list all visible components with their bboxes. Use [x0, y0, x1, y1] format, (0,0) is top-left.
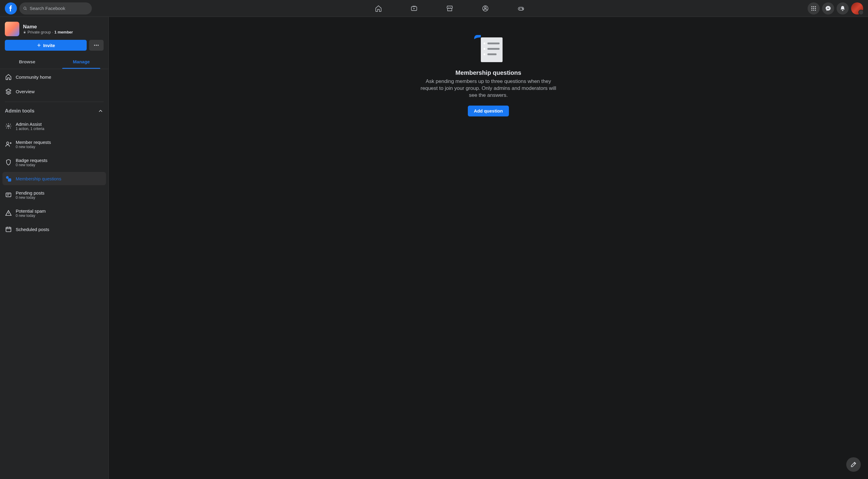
question-icon [5, 175, 12, 182]
messenger-button[interactable] [822, 2, 834, 14]
sidebar-item-community-home[interactable]: Community home [2, 70, 106, 83]
edit-icon [850, 461, 857, 468]
sidebar-item-sub: 0 new today [16, 213, 45, 218]
svg-point-21 [7, 125, 9, 127]
sidebar-item-label: Admin Assist [16, 122, 44, 127]
menu-button[interactable] [808, 2, 820, 14]
svg-point-8 [811, 6, 812, 7]
divider [5, 102, 103, 102]
section-title: Admin tools [5, 108, 34, 114]
layers-icon [5, 88, 12, 95]
sidebar-item-label: Membership questions [16, 176, 61, 181]
tab-manage[interactable]: Manage [54, 54, 109, 69]
topbar [0, 0, 868, 17]
nav-home[interactable] [362, 1, 395, 16]
sidebar-item-label: Scheduled posts [16, 227, 49, 232]
sidebar-item-label: Badge requests [16, 158, 48, 163]
sidebar-item-label: Potential spam [16, 208, 45, 213]
tab-browse[interactable]: Browse [0, 54, 54, 69]
svg-point-20 [98, 45, 98, 45]
svg-point-15 [813, 10, 814, 10]
header-actions: Invite [2, 40, 106, 54]
nav-marketplace[interactable] [433, 1, 466, 16]
svg-rect-24 [8, 178, 11, 181]
nav-groups[interactable] [469, 1, 502, 16]
svg-rect-25 [6, 193, 11, 197]
svg-point-13 [815, 8, 816, 9]
sidebar-tabs: Browse Manage [0, 54, 108, 69]
more-button[interactable] [89, 40, 103, 51]
sidebar-item-potential-spam[interactable]: Potential spam 0 new today [2, 205, 106, 221]
sidebar-item-admin-assist[interactable]: Admin Assist 1 action, 1 criteria [2, 117, 106, 135]
post-icon [5, 192, 12, 198]
user-plus-icon [5, 141, 12, 147]
sidebar-item-sub: 0 new today [16, 196, 44, 200]
topbar-left [5, 2, 92, 14]
svg-rect-34 [488, 54, 497, 55]
empty-description: Ask pending members up to three question… [419, 78, 558, 99]
sidebar-item-pending-posts[interactable]: Pending posts 0 new today [2, 186, 106, 203]
sidebar-item-membership-questions[interactable]: Membership questions [2, 172, 106, 185]
sidebar-item-badge-requests[interactable]: Badge requests 0 new today [2, 154, 106, 171]
topbar-center [362, 1, 537, 16]
svg-point-23 [6, 176, 8, 178]
calendar-icon [5, 226, 12, 233]
group-members: 1 member [54, 30, 73, 34]
empty-title: Membership questions [456, 69, 521, 76]
search-box[interactable] [19, 2, 92, 14]
lock-icon [23, 31, 26, 34]
main-content: Membership questions Ask pending members… [109, 17, 868, 479]
svg-point-33 [484, 54, 485, 55]
svg-point-19 [96, 45, 97, 45]
svg-line-1 [26, 9, 27, 10]
sidebar-item-overview[interactable]: Overview [2, 85, 106, 98]
svg-point-29 [484, 42, 485, 44]
notifications-button[interactable] [837, 2, 849, 14]
sidebar-item-scheduled-posts[interactable]: Scheduled posts [2, 223, 106, 236]
sidebar: Name Private group · 1 member Invite Bro… [0, 17, 109, 479]
warning-icon [5, 210, 12, 216]
group-header[interactable]: Name Private group · 1 member [2, 22, 106, 40]
group-privacy: Private group [28, 30, 51, 34]
compose-fab[interactable] [846, 457, 861, 472]
group-meta: Private group · 1 member [23, 30, 73, 34]
home-icon [5, 74, 12, 80]
facebook-logo[interactable] [5, 2, 17, 14]
svg-rect-32 [488, 48, 499, 50]
nav-gaming[interactable] [504, 1, 537, 16]
sidebar-item-member-requests[interactable]: Member requests 0 new today [2, 136, 106, 152]
empty-state-illustration [474, 35, 502, 63]
sidebar-item-sub: 0 new today [16, 145, 51, 149]
svg-point-4 [485, 7, 486, 8]
account-avatar[interactable] [851, 2, 863, 14]
sidebar-item-sub: 0 new today [16, 163, 48, 167]
svg-point-16 [815, 10, 816, 10]
svg-rect-30 [488, 42, 499, 44]
svg-point-7 [523, 9, 523, 9]
svg-point-12 [813, 8, 814, 9]
svg-point-14 [811, 10, 812, 10]
svg-point-31 [484, 48, 485, 50]
plus-icon [36, 43, 41, 48]
sidebar-item-label: Member requests [16, 140, 51, 145]
add-question-button[interactable]: Add question [468, 106, 509, 116]
svg-point-22 [7, 142, 9, 144]
topbar-right [808, 2, 863, 14]
search-input[interactable] [30, 6, 88, 11]
sidebar-item-sub: 1 action, 1 criteria [16, 127, 44, 131]
section-admin-tools[interactable]: Admin tools [2, 106, 106, 116]
chevron-up-icon [98, 108, 103, 114]
sidebar-item-label: Pending posts [16, 190, 44, 196]
svg-point-10 [815, 6, 816, 7]
gear-icon [5, 123, 12, 129]
group-name: Name [23, 24, 73, 30]
svg-point-9 [813, 6, 814, 7]
sidebar-item-label: Overview [16, 89, 35, 94]
svg-point-0 [24, 7, 26, 9]
badge-icon [5, 159, 12, 166]
svg-rect-17 [24, 32, 26, 33]
search-icon [23, 6, 27, 11]
sidebar-item-label: Community home [16, 74, 51, 80]
nav-watch[interactable] [398, 1, 431, 16]
invite-button[interactable]: Invite [5, 40, 87, 51]
